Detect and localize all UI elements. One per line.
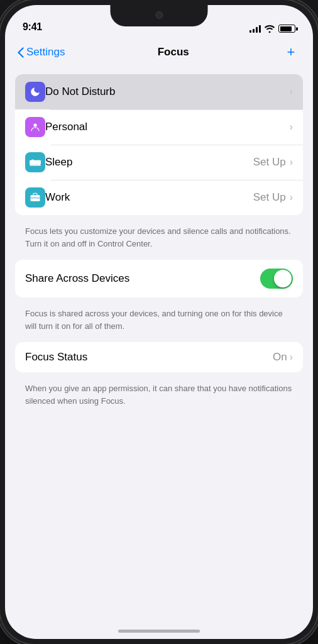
share-footer: Focus is shared across your devices, and… (15, 303, 303, 342)
dnd-icon (25, 82, 45, 102)
svg-point-6 (31, 160, 34, 162)
sleep-value: Set Up (253, 156, 286, 169)
focus-status-value: On (273, 351, 287, 364)
personal-label: Personal (45, 121, 290, 133)
status-icons (249, 25, 295, 33)
svg-rect-2 (30, 164, 41, 165)
status-time: 9:41 (23, 21, 42, 33)
focus-status-chevron: › (290, 352, 293, 363)
notch (111, 5, 208, 26)
work-label: Work (45, 191, 253, 204)
home-indicator (118, 630, 200, 633)
toggle-thumb (274, 270, 292, 287)
svg-rect-5 (30, 160, 41, 162)
share-label: Share Across Devices (25, 272, 129, 285)
back-button[interactable]: Settings (18, 46, 65, 58)
sleep-label: Sleep (45, 156, 253, 169)
focus-item-work[interactable]: Work Set Up › (15, 180, 303, 215)
focus-status-value-wrap: On › (273, 351, 293, 364)
page-title: Focus (158, 46, 189, 58)
focus-status-footer: When you give an app permission, it can … (15, 377, 303, 417)
work-value: Set Up (253, 191, 286, 204)
back-label: Settings (26, 46, 65, 58)
work-chevron: › (290, 192, 293, 203)
dnd-label: Do Not Disturb (45, 86, 290, 98)
dnd-chevron: › (290, 86, 293, 97)
work-icon (25, 187, 45, 208)
focus-list-footer: Focus lets you customize your devices an… (15, 220, 303, 260)
focus-status-label: Focus Status (25, 351, 87, 364)
personal-chevron: › (290, 121, 293, 133)
svg-rect-1 (30, 162, 41, 164)
focus-item-sleep[interactable]: Sleep Set Up › (15, 145, 303, 180)
focus-item-dnd[interactable]: Do Not Disturb › (15, 74, 303, 109)
share-toggle[interactable] (260, 269, 293, 289)
sleep-chevron: › (290, 157, 293, 168)
focus-item-personal[interactable]: Personal › (15, 109, 303, 145)
add-button[interactable]: + (282, 43, 300, 62)
nav-bar: Settings Focus + (5, 36, 313, 68)
focus-status-card: Focus Status On › (15, 342, 303, 372)
content-area: Do Not Disturb › Personal › (5, 68, 313, 639)
sleep-icon (25, 152, 45, 172)
focus-list-card: Do Not Disturb › Personal › (15, 74, 303, 215)
share-card: Share Across Devices (15, 260, 303, 297)
share-row: Share Across Devices (15, 260, 303, 297)
wifi-icon (265, 25, 275, 33)
phone-frame: 9:41 (0, 0, 318, 644)
svg-point-0 (33, 123, 36, 126)
battery-icon (278, 25, 295, 33)
personal-icon (25, 117, 45, 137)
signal-icon (249, 25, 261, 33)
camera (155, 11, 163, 19)
focus-status-row[interactable]: Focus Status On › (15, 342, 303, 372)
screen: 9:41 (5, 5, 313, 639)
